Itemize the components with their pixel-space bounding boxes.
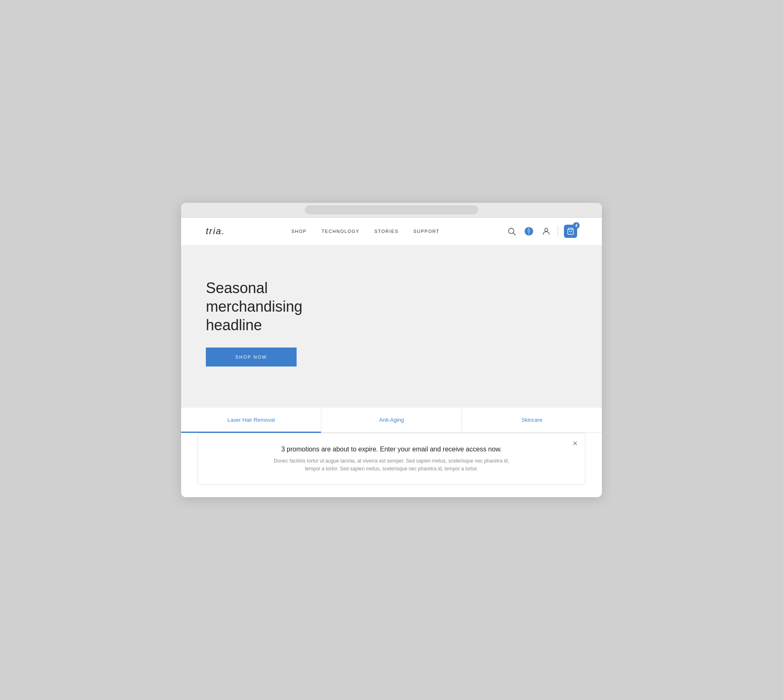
flag-icon[interactable] [523, 226, 535, 237]
tab-skincare[interactable]: Skincare [462, 408, 602, 433]
site-logo[interactable]: tria. [206, 226, 225, 237]
modal-close-button[interactable]: × [573, 439, 578, 447]
modal-overlay: × 3 promotions are about to expire. Ente… [181, 433, 602, 497]
browser-chrome [181, 203, 602, 218]
hero-section: Seasonal merchandising headline SHOP NOW [181, 246, 602, 408]
cart-icon[interactable]: 4 [564, 225, 577, 238]
nav-icons: 4 [506, 225, 577, 238]
nav-links: SHOP TECHNOLOGY STORIES SUPPORT [291, 229, 439, 234]
main-nav: tria. SHOP TECHNOLOGY STORIES SUPPORT [181, 218, 602, 246]
tab-laser-hair-removal[interactable]: Laser Hair Removal [181, 408, 321, 433]
search-icon[interactable] [506, 226, 517, 237]
nav-divider [558, 226, 558, 237]
nav-stories[interactable]: STORIES [374, 229, 399, 234]
svg-line-1 [513, 233, 515, 235]
shop-now-button[interactable]: SHOP NOW [206, 348, 297, 366]
nav-technology[interactable]: TECHNOLOGY [321, 229, 359, 234]
category-tabs: Laser Hair Removal Anti-Aging Skincare [181, 408, 602, 433]
nav-support[interactable]: SUPPORT [413, 229, 439, 234]
address-bar [305, 205, 478, 214]
svg-point-4 [545, 228, 547, 231]
nav-shop[interactable]: SHOP [291, 229, 307, 234]
user-icon[interactable] [540, 226, 552, 237]
modal-box: × 3 promotions are about to expire. Ente… [198, 433, 585, 485]
tab-anti-aging[interactable]: Anti-Aging [321, 408, 461, 433]
hero-headline: Seasonal merchandising headline [206, 279, 321, 334]
modal-body-text: Donec facilisis tortor ut augue lacinia,… [268, 457, 515, 473]
modal-headline: 3 promotions are about to expire. Enter … [215, 446, 568, 453]
cart-badge: 4 [573, 222, 580, 229]
browser-window: tria. SHOP TECHNOLOGY STORIES SUPPORT [181, 203, 602, 497]
